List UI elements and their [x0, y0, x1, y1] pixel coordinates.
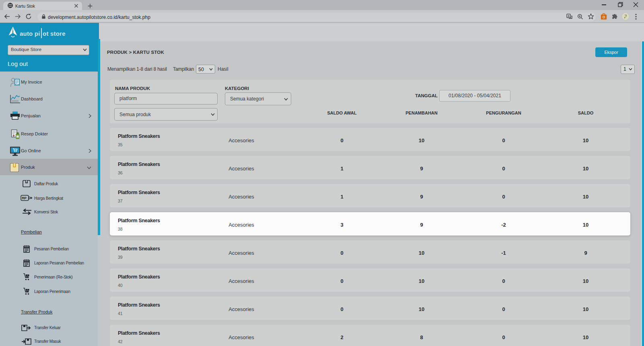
svg-text:RP: RP — [22, 196, 27, 200]
